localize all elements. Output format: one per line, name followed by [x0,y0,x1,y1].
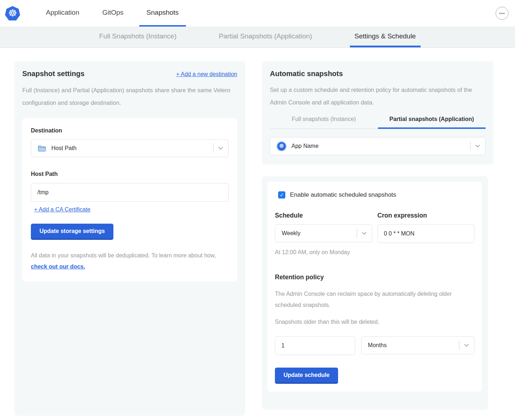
retention-count-input[interactable] [275,336,355,355]
logo-container: ☸ [0,0,25,27]
app-select[interactable]: ☸ App Name [270,137,486,155]
dedup-note: All data in your snapshots will be dedup… [31,250,229,272]
tab-settings-schedule[interactable]: Settings & Schedule [350,27,421,47]
cron-expression-label: Cron expression [378,212,475,219]
snapshot-settings-title: Snapshot settings [22,70,84,78]
tab-partial-snapshots[interactable]: Partial Snapshots (Application) [214,27,317,47]
schedule-panel: ✓ Enable automatic scheduled snapshots S… [267,182,482,392]
destination-label: Destination [31,127,229,134]
retention-policy-description: The Admin Console can reclaim space by a… [275,288,469,311]
select-divider [459,341,459,350]
snapshot-type-tabs: Full snapshots (Instance) Partial snapsh… [270,116,486,129]
main-nav: Application GitOps Snapshots [39,0,195,27]
app-kubernetes-icon: ☸ [277,141,286,151]
schedule-outer-card: ✓ Enable automatic scheduled snapshots S… [262,176,488,410]
enable-snapshots-row: ✓ Enable automatic scheduled snapshots [275,191,474,199]
right-column: Automatic snapshots Set up a custom sche… [262,61,493,410]
dedup-note-text: All data in your snapshots will be dedup… [31,252,216,258]
tab-full-snapshots[interactable]: Full Snapshots (Instance) [94,27,181,47]
add-ca-certificate-link[interactable]: + Add a CA Certificate [34,206,90,213]
retention-unit-value: Months [368,342,459,349]
nav-item-application[interactable]: Application [39,0,86,27]
destination-select-value: Host Path [51,145,213,151]
tab-full-snapshots-instance[interactable]: Full snapshots (Instance) [270,116,378,129]
destination-select[interactable]: Host Path [31,139,229,157]
host-path-label: Host Path [31,171,229,177]
snapshots-subnav: Full Snapshots (Instance) Partial Snapsh… [0,27,515,48]
cron-expression-input[interactable] [378,224,475,243]
cron-human-readable: At 12:00 AM, only on Monday [275,249,474,256]
chevron-down-icon [217,145,224,151]
automatic-snapshots-description: Set up a custom schedule and retention p… [270,84,480,109]
overflow-menu-button[interactable]: ••• [496,7,509,20]
snapshot-settings-card: Snapshot settings + Add a new destinatio… [14,61,245,416]
select-divider [470,141,470,151]
nav-item-gitops[interactable]: GitOps [95,0,131,27]
schedule-interval-select[interactable]: Weekly [275,224,372,242]
retention-hint: Snapshots older than this will be delete… [275,316,474,327]
automatic-snapshots-card: Automatic snapshots Set up a custom sche… [262,61,493,164]
retention-unit-select[interactable]: Months [361,336,474,354]
update-schedule-button[interactable]: Update schedule [275,368,338,384]
main-content: Snapshot settings + Add a new destinatio… [0,48,515,416]
select-divider [213,144,214,153]
chevron-down-icon [463,342,470,349]
update-storage-settings-button[interactable]: Update storage settings [31,224,113,240]
schedule-interval-value: Weekly [282,230,357,237]
nav-item-snapshots[interactable]: Snapshots [139,0,186,27]
top-nav-bar: ☸ Application GitOps Snapshots ••• [0,0,515,27]
enable-snapshots-checkbox[interactable]: ✓ [278,191,285,199]
kubernetes-logo-icon: ☸ [5,6,20,20]
ellipsis-icon: ••• [499,11,505,16]
destination-panel: Destination Host Path Host Path [22,118,237,281]
snapshot-settings-description: Full (Instance) and Partial (Application… [22,84,232,109]
folder-icon [38,145,46,152]
retention-policy-title: Retention policy [275,274,474,281]
schedule-label: Schedule [275,212,372,219]
enable-snapshots-label: Enable automatic scheduled snapshots [290,191,396,199]
chevron-down-icon [474,143,481,149]
header-spacer [195,0,496,27]
app-select-value: App Name [291,143,470,149]
docs-link[interactable]: check out our docs. [31,263,85,270]
select-divider [357,229,357,238]
automatic-snapshots-title: Automatic snapshots [270,70,486,78]
add-destination-link[interactable]: + Add a new destination [176,71,237,78]
tab-partial-snapshots-application[interactable]: Partial snapshots (Application) [378,116,486,129]
chevron-down-icon [361,230,367,237]
host-path-input[interactable] [31,183,229,202]
